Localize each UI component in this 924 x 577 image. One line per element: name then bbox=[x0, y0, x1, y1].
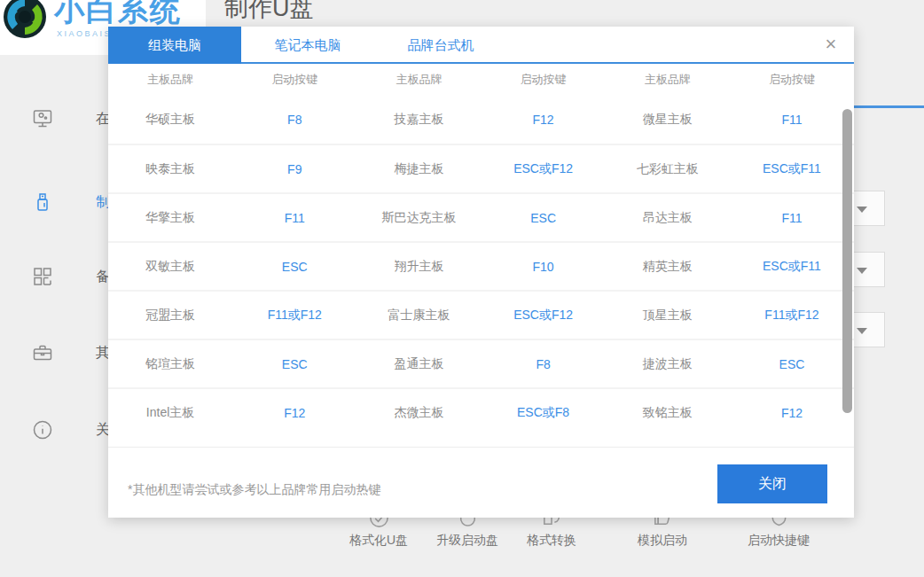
column-header: 启动按键 bbox=[730, 72, 854, 88]
section-underline bbox=[850, 105, 924, 108]
close-button[interactable]: 关闭 bbox=[717, 464, 827, 503]
hotkey-cell: ESC bbox=[730, 357, 854, 371]
hotkey-cell: F12 bbox=[730, 406, 854, 420]
modal-scrollbar[interactable] bbox=[842, 109, 852, 413]
hotkey-cell: ESC或F12 bbox=[482, 308, 606, 324]
brand-cell: 精英主板 bbox=[606, 259, 730, 275]
toolbar-item-label: 启动快捷键 bbox=[748, 533, 810, 549]
brand-cell: 致铭主板 bbox=[606, 405, 730, 421]
backup-grid-icon bbox=[32, 266, 53, 287]
hotkey-cell: F8 bbox=[232, 113, 356, 127]
hotkey-table: 华硕主板F8技嘉主板F12微星主板F11映泰主板F9梅捷主板ESC或F12七彩虹… bbox=[108, 95, 854, 436]
hotkey-cell: ESC或F12 bbox=[482, 161, 606, 177]
table-row: 铭瑄主板ESC盈通主板F8捷波主板ESC bbox=[108, 339, 854, 387]
hotkey-cell: ESC bbox=[482, 211, 606, 225]
brand-cell: 顶星主板 bbox=[606, 308, 730, 324]
hotkey-cell: ESC或F8 bbox=[482, 405, 606, 421]
hotkey-cell: F11 bbox=[232, 211, 356, 225]
brand-cell: 昂达主板 bbox=[606, 210, 730, 226]
brand-cell: 七彩虹主板 bbox=[606, 161, 730, 177]
dialog-note: *其他机型请尝试或参考以上品牌常用启动热键 bbox=[128, 482, 380, 498]
table-column-headers: 主板品牌启动按键主板品牌启动按键主板品牌启动按键 bbox=[108, 64, 854, 95]
brand-cell: 技嘉主板 bbox=[356, 112, 481, 128]
brand-cell: 盈通主板 bbox=[356, 356, 481, 372]
brand-cell: 翔升主板 bbox=[356, 259, 481, 275]
hotkey-cell: F11或F12 bbox=[232, 308, 356, 324]
toolbar-item-label: 升级启动盘 bbox=[436, 533, 498, 549]
brand-cell: 杰微主板 bbox=[356, 405, 481, 421]
brand-cell: 华擎主板 bbox=[108, 210, 232, 226]
brand-cell: 冠盟主板 bbox=[108, 308, 232, 324]
toolbar-item-label: 格式化U盘 bbox=[349, 533, 408, 549]
column-header: 启动按键 bbox=[232, 72, 356, 88]
tab-2[interactable]: 笔记本电脑 bbox=[241, 27, 374, 64]
toolbar-item-label: 模拟启动 bbox=[638, 533, 687, 549]
brand-cell: 斯巴达克主板 bbox=[356, 210, 481, 226]
hotkey-cell: F9 bbox=[232, 162, 356, 176]
online-reinstall-icon bbox=[32, 108, 53, 129]
chevron-down-icon bbox=[857, 268, 867, 274]
dialog-tab-bar: 组装电脑笔记本电脑品牌台式机× bbox=[108, 27, 854, 64]
hotkey-cell: ESC或F11 bbox=[730, 161, 854, 177]
brand-cell: 捷波主板 bbox=[606, 356, 730, 372]
table-row: 映泰主板F9梅捷主板ESC或F12七彩虹主板ESC或F11 bbox=[108, 144, 854, 192]
hotkey-cell: F10 bbox=[482, 260, 606, 274]
tab-1[interactable]: 组装电脑 bbox=[108, 27, 241, 64]
hotkey-cell: F11 bbox=[730, 113, 854, 127]
table-row: 冠盟主板F11或F12富士康主板ESC或F12顶星主板F11或F12 bbox=[108, 290, 854, 339]
column-header: 启动按键 bbox=[482, 72, 606, 88]
usb-drive-icon bbox=[32, 191, 53, 213]
column-header: 主板品牌 bbox=[606, 72, 730, 88]
hotkey-cell: F11 bbox=[730, 211, 854, 225]
boot-hotkey-dialog: 组装电脑笔记本电脑品牌台式机× 主板品牌启动按键主板品牌启动按键主板品牌启动按键… bbox=[108, 27, 854, 518]
brand-cell: 映泰主板 bbox=[108, 161, 232, 177]
hotkey-cell: ESC或F11 bbox=[730, 259, 854, 275]
brand-cell: 华硕主板 bbox=[108, 112, 232, 128]
table-row: Intel主板F12杰微主板ESC或F8致铭主板F12 bbox=[108, 387, 854, 436]
tab-3[interactable]: 品牌台式机 bbox=[374, 27, 507, 64]
brand-cell: 铭瑄主板 bbox=[108, 356, 232, 372]
table-row: 双敏主板ESC翔升主板F10精英主板ESC或F11 bbox=[108, 241, 854, 290]
footer-divider bbox=[108, 447, 854, 448]
column-header: 主板品牌 bbox=[356, 72, 481, 88]
chevron-down-icon bbox=[857, 207, 867, 213]
table-row: 华硕主板F8技嘉主板F12微星主板F11 bbox=[108, 95, 854, 144]
hotkey-cell: ESC bbox=[232, 260, 356, 274]
app-logo-icon bbox=[2, 0, 48, 40]
table-row: 华擎主板F11斯巴达克主板ESC昂达主板F11 bbox=[108, 192, 854, 241]
brand-cell: 双敏主板 bbox=[108, 259, 232, 275]
hotkey-cell: F12 bbox=[482, 113, 606, 127]
brand-cell: 富士康主板 bbox=[356, 308, 481, 324]
info-icon bbox=[32, 419, 53, 441]
brand-cell: Intel主板 bbox=[108, 405, 232, 421]
hotkey-cell: F8 bbox=[482, 357, 606, 371]
hotkey-cell: F12 bbox=[232, 406, 356, 420]
hotkey-cell: F11或F12 bbox=[730, 308, 854, 324]
page-title: 制作U盘 bbox=[224, 0, 314, 24]
toolbox-icon bbox=[32, 342, 53, 363]
close-icon[interactable]: × bbox=[818, 32, 843, 57]
chevron-down-icon bbox=[857, 328, 867, 334]
toolbar-item-label: 格式转换 bbox=[527, 533, 576, 549]
brand-cell: 梅捷主板 bbox=[356, 161, 481, 177]
hotkey-cell: ESC bbox=[232, 357, 356, 371]
column-header: 主板品牌 bbox=[108, 72, 232, 88]
brand-cell: 微星主板 bbox=[606, 112, 730, 128]
